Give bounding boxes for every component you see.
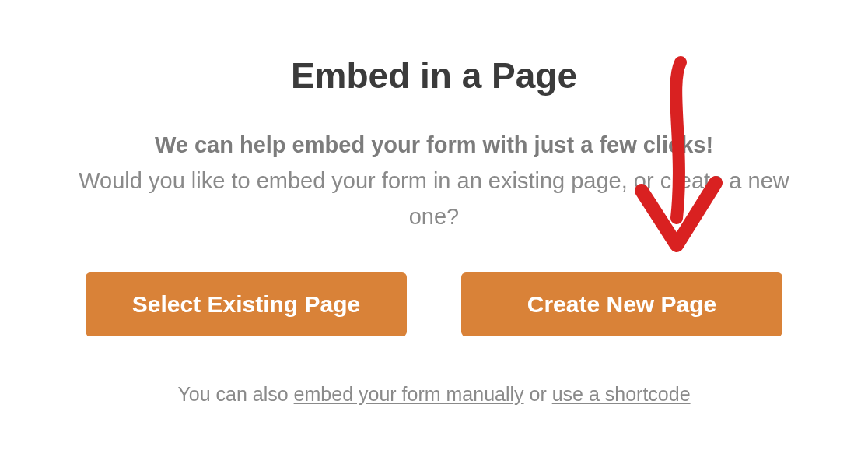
create-new-page-button[interactable]: Create New Page [461, 272, 782, 336]
modal-title: Embed in a Page [78, 54, 790, 97]
modal-sub-text: Would you like to embed your form in an … [78, 163, 790, 235]
footer-prefix: You can also [177, 383, 293, 405]
embed-manually-link[interactable]: embed your form manually [294, 383, 524, 405]
modal-footer-text: You can also embed your form manually or… [78, 383, 790, 406]
embed-modal: Embed in a Page We can help embed your f… [0, 0, 868, 437]
button-row: Select Existing Page Create New Page [86, 272, 782, 336]
footer-middle: or [524, 383, 552, 405]
modal-lead-text: We can help embed your form with just a … [78, 128, 790, 163]
use-shortcode-link[interactable]: use a shortcode [552, 383, 691, 405]
select-existing-page-button[interactable]: Select Existing Page [86, 272, 407, 336]
